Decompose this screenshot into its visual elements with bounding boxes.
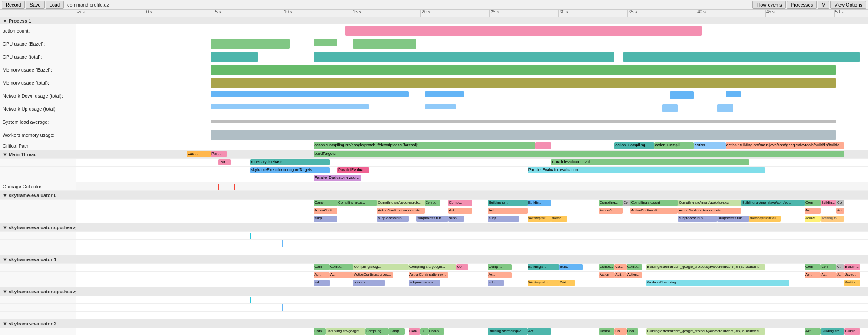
cpu-total-bar-1[interactable] — [211, 52, 258, 62]
critical-path-bar-5[interactable]: action... — [694, 142, 726, 149]
mt-parallel-eval3[interactable]: Parallel Evaluator evaluation — [314, 175, 361, 181]
cpu-bazel-bar-2[interactable] — [314, 39, 337, 46]
se2-act[interactable]: Act... — [528, 328, 551, 335]
se1-jai[interactable]: Jac... — [836, 272, 844, 278]
se0-act-1[interactable]: Act... — [448, 208, 472, 214]
se0-subp-1[interactable]: subp... — [314, 216, 337, 222]
m-button[interactable]: M — [818, 1, 829, 9]
process1-label[interactable]: ▼ Process 1 — [0, 17, 76, 24]
se0-compiling-src[interactable]: Compiling src/g... — [337, 200, 377, 206]
se2-con[interactable]: Con... — [627, 328, 638, 335]
se2-compl2[interactable]: Compl... — [429, 328, 444, 335]
network-up-bar-3[interactable] — [662, 104, 678, 112]
se2-com2[interactable]: Com — [409, 328, 420, 335]
se0-compiling-src2[interactable]: Compiling src/coni... — [630, 200, 678, 206]
processes-button[interactable]: Processes — [787, 1, 817, 9]
se1-ac2-end[interactable]: Ac... — [821, 272, 836, 278]
se1-ac2[interactable]: Ac... — [330, 272, 353, 278]
se2-compling-1[interactable]: Compiling... — [599, 328, 614, 335]
mt-par2[interactable]: Par — [218, 159, 230, 165]
network-down-bar-3[interactable] — [670, 91, 694, 99]
critical-path-bar-6[interactable]: action 'Building src/main/java/com/googl… — [726, 142, 845, 149]
skyframe-evaluator-0-label[interactable]: ▼ skyframe-evaluator 0 — [0, 191, 76, 200]
se1-co[interactable]: Co — [456, 264, 468, 270]
se0-action-execute[interactable]: ActionContinuation.execute — [678, 208, 741, 214]
network-up-bar-4[interactable] — [717, 104, 733, 112]
skyframe-evaluator-cpu-heavy-1-label[interactable]: ▼ skyframe-evaluator-cpu-heavy- — [0, 287, 76, 296]
se0-compiling-cpp[interactable]: Compiling src/main/cpp/blaze.cc — [678, 200, 741, 206]
se1-actionc-1[interactable]: ActionC... — [599, 272, 614, 278]
se0-compl2[interactable]: Compl... — [448, 200, 472, 206]
se1-ac-end[interactable]: Ac... — [805, 272, 820, 278]
main-thread-label[interactable]: ▼ Main Thread — [0, 150, 76, 159]
se0-compiling2[interactable]: Compiling... — [599, 200, 623, 206]
se1-compl-4[interactable]: Compl... — [627, 264, 642, 270]
se1-compling-1[interactable]: Compiling... — [599, 264, 614, 270]
se1-c-end[interactable]: C. — [836, 264, 844, 270]
mt-build-targets[interactable]: buildTargets — [314, 151, 844, 157]
mt-parallel-eval2[interactable]: ParallelEvaluator.eval — [337, 167, 369, 173]
se1-waiting-1[interactable]: Waiting to... — [528, 280, 559, 286]
se0-subp-2[interactable]: subp... — [448, 216, 464, 222]
se0-action-cont-3[interactable]: ActionContinuati... — [630, 208, 678, 214]
action-count-bar-1[interactable] — [345, 26, 702, 36]
se0-action-cont-1[interactable]: ActionContinuati... — [314, 208, 337, 214]
mt-parallel-eval[interactable]: ParallelEvaluator.eval — [551, 159, 749, 165]
network-down-bar-2[interactable] — [425, 91, 464, 97]
se1-worker1[interactable]: Worker #1 working — [646, 280, 789, 286]
se1-subproc-run-1[interactable]: subprocess.run — [409, 280, 440, 286]
memory-total-bar[interactable] — [211, 78, 836, 88]
se0-buildin[interactable]: Buildin... — [528, 200, 551, 206]
workers-memory-bar[interactable] — [211, 130, 836, 140]
se2-compiling-2[interactable]: Compiling... — [365, 328, 389, 335]
se0-subprocess-run-4[interactable]: subprocess.run — [717, 216, 749, 222]
se1-sub2[interactable]: sub — [488, 280, 503, 286]
se1-wai[interactable]: Wai... — [559, 280, 575, 286]
se0-actionc-1[interactable]: ActionC... — [599, 208, 623, 214]
mt-run-analysis[interactable]: runAnalysisPhase — [250, 159, 329, 165]
save-button[interactable]: Save — [26, 1, 44, 9]
se0-comp2[interactable]: Comp... — [425, 200, 440, 206]
se0-javac-end[interactable]: Javac wor... — [805, 216, 820, 222]
mt-lau[interactable]: Lau... — [187, 151, 211, 157]
skyframe-evaluator-1-label[interactable]: ▼ skyframe-evaluator 1 — [0, 255, 76, 264]
se1-waitin-end[interactable]: Waitin... — [844, 280, 860, 286]
se1-compl-1[interactable]: Compl... — [330, 264, 353, 270]
memory-bazel-bar[interactable] — [211, 65, 836, 75]
cpu-total-bar-3[interactable] — [623, 52, 860, 62]
cpu-bazel-bar-3[interactable] — [353, 39, 416, 49]
se0-act-end[interactable]: Act — [805, 208, 820, 214]
se2-building-external[interactable]: Building external/com_google_protobuf/ja… — [646, 328, 765, 335]
se1-ac[interactable]: Ac... — [314, 272, 329, 278]
se0-waiting-1[interactable]: Waiting to... — [528, 216, 551, 222]
se1-building-external[interactable]: Building external/com_google_protobuf/ja… — [646, 264, 765, 270]
se2-building-java[interactable]: Building src/main/jav... — [488, 328, 527, 335]
se0-compl-1[interactable]: Compl... — [314, 200, 337, 206]
mt-parallel-eval-full[interactable]: Parallel Evaluator evaluation — [528, 167, 765, 173]
se1-actionc-3[interactable]: ActionC... — [627, 272, 642, 278]
se2-building-end[interactable]: Building... — [844, 328, 860, 335]
se1-action-cont-1[interactable]: ActionContinuation.execute — [353, 272, 393, 278]
system-load-bar[interactable] — [211, 120, 836, 123]
se0-co2[interactable]: Co — [836, 200, 844, 206]
se1-compiling-src[interactable]: Compiling src/g... — [353, 264, 409, 270]
se0-waiting-end[interactable]: Waiting to... — [821, 216, 845, 222]
flow-events-button[interactable]: Flow events — [752, 1, 786, 9]
se0-co[interactable]: Co — [623, 200, 630, 206]
se0-building-java[interactable]: Building src/main/java/com/go... — [741, 200, 805, 206]
critical-path-bar-3[interactable]: action 'Compiling... — [614, 142, 654, 149]
se2-building-src[interactable]: Building src/m... — [821, 328, 845, 335]
se1-com-end[interactable]: Com — [805, 264, 820, 270]
mt-par[interactable]: Par... — [211, 151, 226, 157]
critical-path-bar-1[interactable]: action 'Compiling src/google/protobuf/de… — [314, 142, 535, 149]
se1-built[interactable]: Built. — [559, 264, 583, 270]
mt-skyframe-configure[interactable]: skyframeExecutor.configureTargets — [250, 167, 329, 173]
se0-action-cont-2[interactable]: ActionContinuation.execute — [377, 208, 424, 214]
se2-com[interactable]: Com — [314, 328, 325, 335]
load-button[interactable]: Load — [46, 1, 64, 9]
se0-waiting-2[interactable]: Waiting to borrow worker — [749, 216, 781, 222]
se0-subp-3[interactable]: subp... — [488, 216, 519, 222]
se0-waitin[interactable]: Waitin... — [551, 216, 567, 222]
se1-compiling-google[interactable]: Compiling src/google... — [409, 264, 456, 270]
se1-ac3[interactable]: Ac... — [488, 272, 512, 278]
